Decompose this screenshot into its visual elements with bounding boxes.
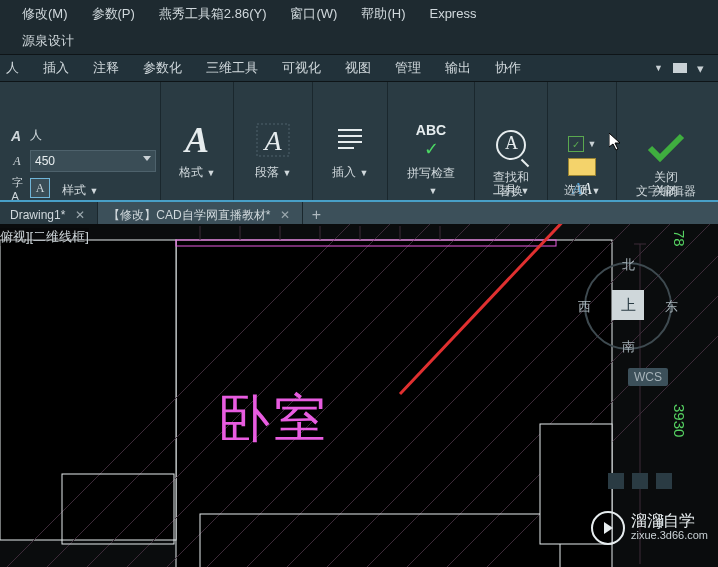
panel-spellcheck[interactable]: ABC ✓ 拼写检查 ▼: [388, 82, 475, 200]
chevron-down-icon: ▼: [283, 168, 292, 178]
viewcube-north[interactable]: 北: [622, 256, 635, 274]
drawing-canvas[interactable]: 俯视][二维线框] 卧室 上 北 南 西 东 WCS 3930 78 ji 溜溜…: [0, 224, 718, 567]
menu-window[interactable]: 窗口(W): [290, 5, 337, 23]
nav-icon[interactable]: [656, 473, 672, 489]
find-icon: A: [488, 122, 534, 168]
menubar-row2: 源泉设计: [0, 27, 718, 54]
chevron-down-icon[interactable]: ▼: [652, 63, 665, 73]
tab-collab[interactable]: 协作: [493, 59, 523, 77]
viewcube-south[interactable]: 南: [622, 338, 635, 356]
svg-rect-7: [0, 240, 176, 540]
chevron-down-icon[interactable]: ▼: [592, 186, 601, 196]
ruler-icon[interactable]: [568, 158, 596, 176]
menu-yuanquan[interactable]: 源泉设计: [22, 32, 74, 50]
font-icon: A: [8, 152, 26, 170]
svg-text:A: A: [262, 125, 282, 156]
paragraph-icon: A: [250, 117, 296, 163]
menu-express[interactable]: Express: [429, 6, 476, 21]
watermark-url: zixue.3d66.com: [631, 528, 708, 543]
close-icon[interactable]: ✕: [75, 208, 85, 222]
close-icon[interactable]: ✕: [280, 208, 290, 222]
chevron-down-icon[interactable]: ▼: [521, 186, 530, 196]
spellcheck-label: 拼写检查: [407, 166, 455, 180]
separator-icon: ▾: [695, 61, 706, 76]
format-label: 格式: [179, 165, 203, 179]
tab-view[interactable]: 视图: [343, 59, 373, 77]
panel-format[interactable]: A 格式▼: [161, 82, 234, 200]
nav-icons[interactable]: [608, 473, 672, 489]
close-group-label: 关闭: [654, 184, 678, 198]
tab-output[interactable]: 输出: [443, 59, 473, 77]
options-group-label: 选项: [564, 183, 588, 197]
tab-visualize[interactable]: 可视化: [280, 59, 323, 77]
format-icon: A: [174, 117, 220, 163]
chevron-down-icon[interactable]: ▼: [429, 186, 438, 196]
chevron-down-icon: ▼: [360, 168, 369, 178]
dimension-78: 78: [671, 230, 688, 247]
text-style-icon[interactable]: A: [8, 128, 24, 144]
viewport-label[interactable]: 俯视][二维线框]: [0, 228, 89, 246]
viewcube-west[interactable]: 西: [578, 298, 591, 316]
tab-manage[interactable]: 管理: [393, 59, 423, 77]
panel-styles: A 人 A 450 字A A 样式▼: [0, 82, 161, 200]
menu-toolbox[interactable]: 燕秀工具箱2.86(Y): [159, 5, 267, 23]
panel-styles-label: 样式: [62, 183, 86, 197]
ribbon: A 人 A 450 字A A 样式▼ A 格式▼ A: [0, 82, 718, 202]
dropdown-caret-icon: [143, 156, 151, 161]
chevron-down-icon[interactable]: ▼: [588, 139, 597, 149]
menu-modify[interactable]: 修改(M): [22, 5, 68, 23]
viewcube-top-face[interactable]: 上: [612, 290, 644, 320]
menubar-row1: 修改(M) 参数(P) 燕秀工具箱2.86(Y) 窗口(W) 帮助(H) Exp…: [0, 0, 718, 27]
panel-find[interactable]: A 查找和 替换 工具▼: [475, 82, 548, 200]
font-size-value: 450: [35, 154, 55, 168]
tab-3dtools[interactable]: 三维工具: [204, 59, 260, 77]
panel-insert[interactable]: 插入▼: [313, 82, 388, 200]
nav-icon[interactable]: [608, 473, 624, 489]
insert-icon: [327, 117, 373, 163]
paragraph-label: 段落: [255, 165, 279, 179]
watermark-brand: 溜溜自学: [631, 512, 695, 529]
panel-options: ✓ ▼ AA 选项▼: [548, 82, 617, 200]
spellcheck-icon: ABC ✓: [408, 118, 454, 164]
play-icon: [591, 511, 625, 545]
panel-close-editor[interactable]: 关闭 文字编辑器 关闭: [617, 82, 715, 200]
ribbon-tabs: 人 插入 注释 参数化 三维工具 可视化 视图 管理 输出 协作 ▼ ▾: [0, 54, 718, 82]
tab-parametric[interactable]: 参数化: [141, 59, 184, 77]
tab-annotate[interactable]: 注释: [91, 59, 121, 77]
font-size-select[interactable]: 450: [30, 150, 156, 172]
checkbox-icon[interactable]: ✓: [568, 136, 584, 152]
nav-icon[interactable]: [632, 473, 648, 489]
annotative-icon[interactable]: 人: [30, 127, 42, 144]
panel-paragraph[interactable]: A 段落▼: [234, 82, 313, 200]
menu-help[interactable]: 帮助(H): [361, 5, 405, 23]
dimension-3930: 3930: [671, 404, 688, 437]
tools-group-label: 工具: [493, 183, 517, 197]
tab-insert[interactable]: 插入: [41, 59, 71, 77]
watermark: 溜溜自学 zixue.3d66.com: [591, 511, 708, 545]
checkmark-icon: [644, 128, 688, 170]
doc-tab-label: Drawing1*: [10, 208, 65, 222]
menu-params[interactable]: 参数(P): [92, 5, 135, 23]
doc-tab-label: 【修改】CAD自学网直播教材*: [108, 207, 270, 224]
abc-label: ABC: [416, 122, 446, 138]
room-text-bedroom[interactable]: 卧室: [218, 384, 330, 454]
viewcube-east[interactable]: 东: [665, 298, 678, 316]
wcs-label[interactable]: WCS: [628, 368, 668, 386]
tab-ren[interactable]: 人: [4, 59, 21, 77]
ribbon-button-icon[interactable]: [673, 63, 687, 73]
viewcube[interactable]: 上 北 南 西 东: [578, 256, 678, 356]
chevron-down-icon: ▼: [207, 168, 216, 178]
insert-label: 插入: [332, 165, 356, 179]
chevron-down-icon[interactable]: ▼: [90, 186, 99, 196]
